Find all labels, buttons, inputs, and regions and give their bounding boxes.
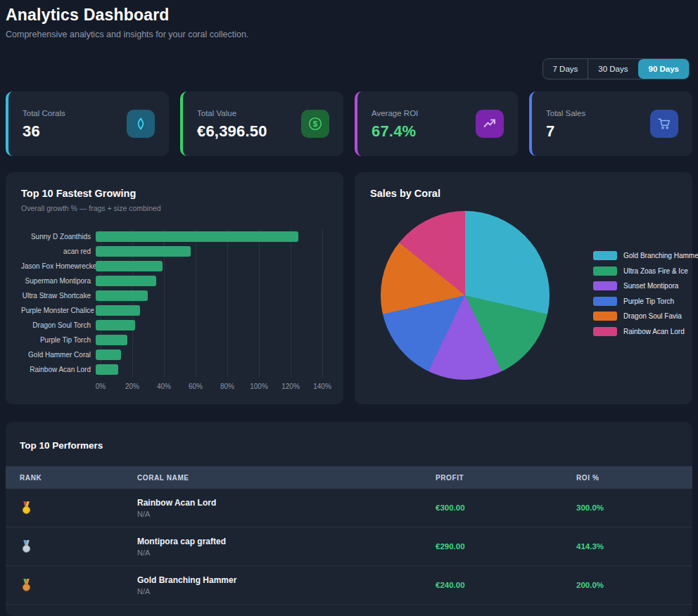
legend-item[interactable]: Sunset Montipora [593, 281, 698, 290]
coral-name: Montipora cap grafted [137, 537, 421, 546]
trending-up-icon [476, 110, 504, 138]
bar-category-label: Gold Hammer Coral [21, 351, 96, 359]
legend-label: Sunset Montipora [623, 282, 678, 290]
coral-name-cell: Gold Branching Hammer N/A [123, 575, 421, 596]
bar-track [96, 364, 317, 375]
bar-row: Dragon Soul Torch [21, 318, 328, 333]
coral-subtext: N/A [137, 510, 421, 518]
profit-cell: €240.00 [421, 581, 562, 589]
time-range-button-30-days[interactable]: 30 Days [588, 59, 637, 79]
bar-row: Ultra Straw Shortcake [21, 288, 328, 303]
profit-cell: €300.00 [421, 503, 562, 512]
legend-label: Rainbow Acan Lord [623, 328, 685, 335]
stat-card-total-value: Total Value €6,396.50 $ [180, 91, 343, 156]
column-header-roi: ROI % [562, 474, 692, 482]
charts-row: Top 10 Fastest Growing Overall growth % … [6, 172, 692, 404]
growth-bar[interactable] [96, 246, 191, 257]
x-axis-tick-label: 40% [157, 383, 171, 390]
bar-track [96, 349, 317, 360]
top-performers-table-card: Top 10 Performers RANK CORAL NAME PROFIT… [6, 422, 692, 616]
chart-subtitle: Overall growth % — frags + size combined [21, 204, 328, 212]
bar-track [96, 335, 317, 345]
growth-bar-plot: Sunny D Zoanthidsacan redJason Fox Homew… [21, 229, 328, 392]
pie-legend: Gold Branching HammerUltra Zoas Fire & I… [593, 251, 698, 336]
bar-category-label: Superman Montipora [21, 277, 96, 285]
legend-item[interactable]: Ultra Zoas Fire & Ice [593, 267, 698, 276]
legend-swatch [593, 312, 617, 321]
x-axis-tick-label: 100% [250, 383, 268, 390]
growth-bar[interactable] [96, 231, 298, 242]
bar-category-label: Sunny D Zoanthids [21, 233, 96, 240]
stat-cards-row: Total Corals 36 Total Value €6,396.50 $ … [6, 91, 692, 156]
legend-label: Gold Branching Hammer [623, 252, 698, 259]
analytics-dashboard-page: Analytics Dashboard Comprehensive analyt… [0, 0, 698, 616]
rank-cell [6, 579, 123, 591]
table-title: Top 10 Performers [6, 422, 692, 466]
bar-track [96, 305, 317, 316]
bronze-medal-icon [21, 579, 32, 591]
page-title: Analytics Dashboard [6, 6, 692, 25]
bar-category-label: Purple Monster Chalice [21, 307, 96, 314]
legend-label: Ultra Zoas Fire & Ice [623, 267, 688, 275]
growth-bar[interactable] [96, 290, 148, 301]
dollar-circle-icon: $ [301, 110, 329, 138]
coral-name-cell: Montipora cap grafted N/A [123, 537, 421, 557]
growth-bar[interactable] [96, 335, 127, 345]
bar-category-label: Ultra Straw Shortcake [21, 292, 96, 300]
growth-bar[interactable] [96, 320, 135, 331]
legend-item[interactable]: Gold Branching Hammer [593, 251, 698, 260]
growth-bar[interactable] [96, 349, 121, 360]
chart-title: Top 10 Fastest Growing [21, 188, 328, 199]
bar-category-label: Jason Fox Homewrecker [21, 262, 96, 270]
coral-subtext: N/A [137, 548, 421, 557]
table-row: Gold Branching Hammer N/A€240.00200.0% [6, 566, 692, 605]
bar-category-label: Rainbow Acan Lord [21, 366, 96, 373]
table-body: Rainbow Acan Lord N/A€300.00300.0% Monti… [6, 489, 692, 616]
growth-bar[interactable] [96, 364, 118, 375]
bar-row: Superman Montipora [21, 274, 328, 288]
roi-cell: 300.0% [562, 503, 692, 512]
bar-track [96, 276, 317, 286]
sales-pie-chart-card: Sales by Coral Gold Branching HammerUltr… [355, 172, 692, 404]
x-axis-tick-label: 80% [220, 383, 234, 390]
bar-row: Purple Tip Torch [21, 333, 328, 347]
growth-bar[interactable] [96, 261, 163, 271]
legend-label: Dragon Soul Favia [623, 312, 682, 320]
time-range-button-group: 7 Days30 Days90 Days [542, 58, 690, 79]
time-range-button-90-days[interactable]: 90 Days [638, 59, 689, 79]
gold-medal-icon [21, 501, 32, 514]
x-axis-tick-label: 120% [281, 383, 300, 390]
rank-cell [6, 501, 123, 514]
column-header-name: CORAL NAME [123, 474, 421, 482]
table-header-row: RANK CORAL NAME PROFIT ROI % [6, 466, 692, 489]
table-row: Rainbow Acan Lord N/A€300.00300.0% [6, 489, 692, 527]
bar-row: Gold Hammer Coral [21, 347, 328, 362]
roi-cell: 200.0% [562, 581, 692, 589]
sales-pie[interactable] [381, 211, 550, 380]
bar-row: Rainbow Acan Lord [21, 362, 328, 377]
growth-bar[interactable] [96, 305, 140, 316]
time-range-toolbar: 7 Days30 Days90 Days [6, 58, 692, 79]
legend-swatch [593, 251, 617, 260]
growth-bars: Sunny D Zoanthidsacan redJason Fox Homew… [21, 229, 328, 377]
bar-category-label: acan red [21, 248, 96, 255]
roi-cell: 414.3% [562, 542, 692, 551]
growth-bar-chart-card: Top 10 Fastest Growing Overall growth % … [6, 172, 343, 404]
x-axis-tick-label: 140% [313, 383, 331, 390]
coral-subtext: N/A [137, 587, 421, 596]
coral-name-cell: Rainbow Acan Lord N/A [123, 498, 421, 518]
legend-item[interactable]: Purple Tip Torch [593, 297, 698, 306]
legend-item[interactable]: Rainbow Acan Lord [593, 327, 698, 336]
profit-cell: €290.00 [421, 542, 562, 551]
coral-name: Gold Branching Hammer [137, 575, 421, 585]
cart-icon [650, 110, 678, 138]
growth-bar[interactable] [96, 276, 156, 286]
bar-category-label: Dragon Soul Torch [21, 321, 96, 329]
legend-swatch [593, 327, 617, 336]
time-range-button-7-days[interactable]: 7 Days [543, 59, 588, 79]
bar-row: acan red [21, 244, 328, 259]
legend-item[interactable]: Dragon Soul Favia [593, 312, 698, 321]
page-subtitle: Comprehensive analytics and insights for… [6, 30, 692, 39]
coral-name: Rainbow Acan Lord [137, 498, 421, 508]
bar-row: Purple Monster Chalice [21, 303, 328, 318]
